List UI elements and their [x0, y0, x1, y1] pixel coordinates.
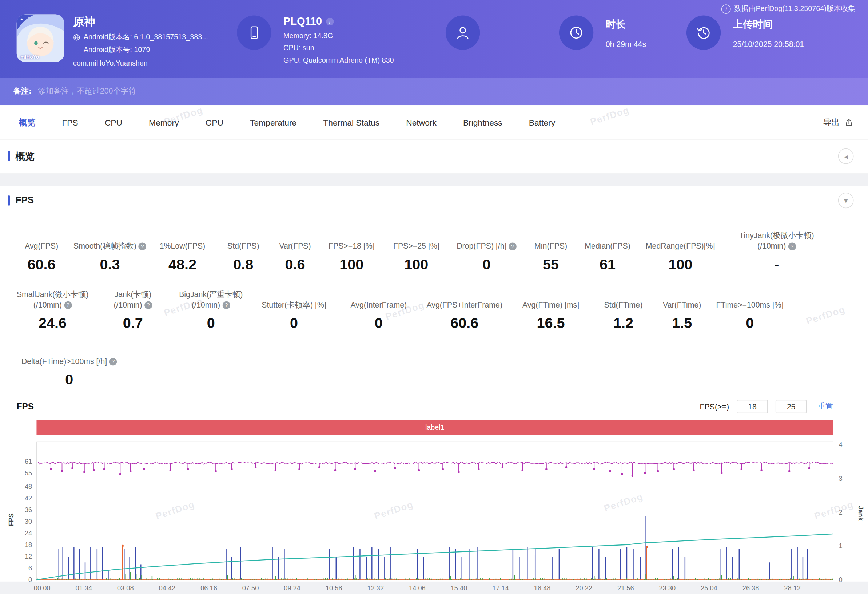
metric-value: 48.2 [168, 256, 196, 273]
help-icon[interactable]: ? [109, 358, 117, 365]
svg-text:00:00: 00:00 [34, 584, 50, 592]
metric-std-ftime: Std(FTime)1.2 [592, 289, 654, 331]
svg-text:3: 3 [838, 474, 842, 482]
metric-fps-25: FPS>=25 [%]100 [382, 231, 450, 273]
svg-text:61: 61 [25, 458, 32, 465]
section-divider [0, 173, 868, 186]
metric-value: 0 [483, 256, 491, 273]
perfdog-report-page: i 数据由PerfDog(11.3.250764)版本收集 miHoYo 原神 [0, 0, 868, 594]
device-memory: Memory: 14.8G [283, 32, 394, 40]
tab-battery[interactable]: Battery [515, 105, 568, 139]
svg-text:Jank: Jank [857, 505, 865, 521]
svg-text:07:50: 07:50 [242, 584, 259, 592]
metric-label: Avg(FTime) [ms] [523, 289, 579, 310]
metric-value: 0 [65, 371, 73, 388]
metrics-row-3: Delta(FTime)>100ms [/h]?0 [0, 346, 868, 388]
metric-label: TinyJank(极微小卡顿)(/10min)? [739, 231, 814, 251]
svg-text:FPS: FPS [7, 513, 15, 526]
export-icon [844, 118, 854, 127]
overview-section: 概览 ◂ [0, 140, 868, 173]
tab-thermal-status[interactable]: Thermal Status [310, 105, 393, 139]
section-accent-bar [7, 151, 10, 161]
device-info-icon[interactable]: i [326, 18, 334, 25]
note-placeholder: 添加备注，不超过200个字符 [38, 86, 136, 96]
collapse-fps-button[interactable]: ▾ [838, 193, 854, 208]
metric-label: 1%Low(FPS) [160, 231, 205, 251]
metric-value: 0 [375, 315, 383, 331]
metric-label: Avg(FPS) [25, 231, 58, 251]
metric-value: 100 [668, 256, 692, 273]
metric-value: 60.6 [450, 315, 478, 331]
fps-title: FPS [16, 195, 34, 206]
fps-chart: 061218243036424855610123400:0001:3403:08… [0, 435, 868, 594]
metric-stutter: Stutter(卡顿率) [%]0 [250, 289, 338, 331]
metric-label: MedRange(FPS)[%] [646, 231, 715, 251]
smalljank-series [37, 572, 833, 580]
tab-memory[interactable]: Memory [136, 105, 192, 139]
help-icon[interactable]: ? [64, 301, 72, 309]
metric-smooth: Smooth(稳帧指数)?0.3 [72, 231, 148, 273]
tab-temperature[interactable]: Temperature [237, 105, 310, 139]
tab-cpu[interactable]: CPU [91, 105, 135, 139]
svg-text:6: 6 [28, 564, 32, 572]
metric-bigjank: BigJank(严重卡顿)(/10min)?0 [172, 289, 250, 331]
overview-title: 概览 [16, 150, 35, 163]
device-name: PLQ110 [283, 16, 322, 28]
app-icon: miHoYo [17, 15, 64, 62]
help-icon[interactable]: ? [145, 301, 152, 309]
duration-label: 时长 [606, 18, 646, 31]
cumulative-series [36, 534, 833, 580]
help-icon[interactable]: ? [509, 242, 517, 250]
collapse-overview-button[interactable]: ◂ [838, 149, 854, 164]
tab-brightness[interactable]: Brightness [450, 105, 515, 139]
export-button[interactable]: 导出 [823, 117, 854, 128]
app-version-code: Android版本号: 1079 [73, 45, 208, 55]
fps-threshold-low-input[interactable] [737, 400, 768, 414]
upload-time-label: 上传时间 [733, 18, 804, 31]
upload-time-icon [686, 16, 721, 50]
device-block: PLQ110 i Memory: 14.8G CPU: sun GPU: Qua… [237, 16, 394, 64]
metric-median-fps: Median(FPS)61 [579, 231, 637, 273]
svg-text:03:08: 03:08 [117, 584, 134, 592]
svg-text:25:04: 25:04 [701, 584, 717, 592]
tab-fps[interactable]: FPS [49, 105, 91, 139]
metric-label: Min(FPS) [534, 231, 567, 251]
metric-value: 0.8 [233, 256, 253, 273]
help-icon[interactable]: ? [788, 242, 796, 250]
metric-label: BigJank(严重卡顿)(/10min)? [179, 289, 243, 310]
tab-overview[interactable]: 概览 [6, 105, 49, 139]
svg-text:12: 12 [25, 553, 32, 560]
metrics-row-1: Avg(FPS)60.6Smooth(稳帧指数)?0.31%Low(FPS)48… [0, 231, 868, 273]
svg-text:55: 55 [25, 469, 32, 477]
reset-link[interactable]: 重置 [818, 402, 833, 411]
metric-label: SmallJank(微小卡顿)(/10min)? [17, 289, 89, 310]
app-version-name: Android版本名: 6.1.0_38157513_383... [73, 32, 208, 42]
help-icon[interactable]: ? [139, 242, 146, 250]
metric-value: 61 [599, 256, 616, 273]
svg-text:23:30: 23:30 [659, 584, 676, 592]
android-icon [73, 34, 80, 41]
fps-series [36, 462, 833, 477]
svg-text:09:24: 09:24 [284, 584, 301, 592]
help-icon[interactable]: ? [222, 301, 230, 309]
svg-text:30: 30 [25, 517, 32, 525]
svg-text:15:40: 15:40 [451, 584, 468, 592]
tab-gpu[interactable]: GPU [192, 105, 237, 139]
svg-text:26:38: 26:38 [743, 584, 759, 592]
chart-header: FPS FPS(>=) 重置 [0, 400, 868, 414]
metric-label: Avg(FPS+InterFrame) [427, 289, 502, 310]
export-label: 导出 [823, 117, 840, 128]
note-label: 备注: [13, 86, 32, 96]
note-input[interactable]: 备注: 添加备注，不超过200个字符 [0, 78, 868, 105]
metric-value: 60.6 [28, 256, 56, 273]
tab-network[interactable]: Network [393, 105, 450, 139]
fps-threshold-high-input[interactable] [776, 400, 806, 414]
svg-text:04:42: 04:42 [159, 584, 176, 592]
metric-smalljank: SmallJank(微小卡顿)(/10min)?24.6 [11, 289, 94, 331]
duration-clock-icon [559, 16, 593, 50]
metric-value: 100 [340, 256, 363, 273]
header: i 数据由PerfDog(11.3.250764)版本收集 miHoYo 原神 [0, 0, 868, 78]
bigjank-series [36, 545, 833, 580]
metric-value: 0.3 [100, 256, 120, 273]
user-block [446, 16, 480, 50]
